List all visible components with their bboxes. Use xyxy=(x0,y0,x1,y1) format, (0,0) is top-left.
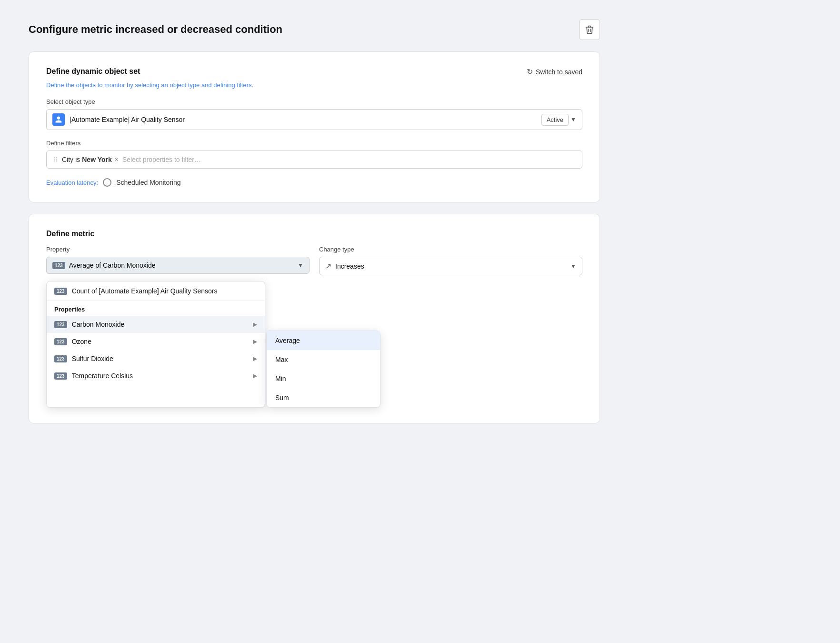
agg-item-max[interactable]: Max xyxy=(267,350,380,369)
prop-chevron-0: ▶ xyxy=(253,321,257,328)
list-item[interactable]: 123 Carbon Monoxide ▶ xyxy=(47,316,265,333)
select-object-type-label: Select object type xyxy=(46,98,582,105)
agg-item-average[interactable]: Average xyxy=(267,331,380,350)
define-metric-card: Define metric Property 123 Average of Ca… xyxy=(29,214,600,423)
count-item-badge: 123 xyxy=(54,288,67,295)
property-num-badge: 123 xyxy=(52,262,65,269)
change-type-select[interactable]: ↗ Increases ▼ xyxy=(319,257,582,275)
dynamic-object-set-subtitle: Define the objects to monitor by selecti… xyxy=(46,81,582,89)
page-title: Configure metric increased or decreased … xyxy=(29,23,282,36)
filter-value: New York xyxy=(82,156,112,163)
object-type-icon xyxy=(52,113,65,126)
dropdown-container: 123 Count of [Automate Example] Air Qual… xyxy=(46,279,582,408)
prop-name-2: Sulfur Dioxide xyxy=(72,355,248,362)
prop-badge-1: 123 xyxy=(54,338,67,345)
change-type-chevron-icon: ▼ xyxy=(570,263,576,270)
trend-up-icon: ↗ xyxy=(325,261,331,271)
property-value: Average of Carbon Monoxide xyxy=(69,261,298,269)
status-badge-wrap: Active ▼ xyxy=(541,114,576,126)
list-item[interactable]: 123 Sulfur Dioxide ▶ xyxy=(47,350,265,367)
delete-button[interactable] xyxy=(579,19,600,40)
evaluation-latency-value: Scheduled Monitoring xyxy=(116,179,180,186)
property-label: Property xyxy=(46,246,310,253)
prop-chevron-1: ▶ xyxy=(253,338,257,345)
status-badge: Active xyxy=(541,114,569,126)
filter-tag: City is New York × xyxy=(62,156,119,163)
switch-to-saved-label: Switch to saved xyxy=(536,68,582,76)
agg-item-sum[interactable]: Sum xyxy=(267,388,380,407)
prop-chevron-3: ▶ xyxy=(253,372,257,379)
property-select[interactable]: 123 Average of Carbon Monoxide ▼ xyxy=(46,257,310,274)
aggregation-dropdown: Average Max Min Sum xyxy=(266,331,380,408)
object-type-selector[interactable]: [Automate Example] Air Quality Sensor Ac… xyxy=(46,109,582,130)
prop-name-1: Ozone xyxy=(72,338,248,345)
dynamic-object-set-title: Define dynamic object set xyxy=(46,67,140,76)
metric-grid: Property 123 Average of Carbon Monoxide … xyxy=(46,246,582,275)
change-type-label: Change type xyxy=(319,246,582,253)
prop-name-0: Carbon Monoxide xyxy=(72,321,248,328)
prop-badge-2: 123 xyxy=(54,355,67,362)
properties-section-header: Properties xyxy=(47,301,265,316)
prop-chevron-2: ▶ xyxy=(253,355,257,362)
filter-remove-button[interactable]: × xyxy=(115,156,119,163)
count-item[interactable]: 123 Count of [Automate Example] Air Qual… xyxy=(47,281,265,301)
property-dropdown: 123 Count of [Automate Example] Air Qual… xyxy=(46,281,265,408)
dynamic-object-set-card: Define dynamic object set ↻ Switch to sa… xyxy=(29,51,600,202)
prop-name-3: Temperature Celsius xyxy=(72,372,248,380)
filter-row[interactable]: ⠿ City is New York × Select properties t… xyxy=(46,151,582,169)
evaluation-row: Evaluation latency: Scheduled Monitoring xyxy=(46,178,582,187)
agg-item-min[interactable]: Min xyxy=(267,369,380,388)
filter-placeholder[interactable]: Select properties to filter… xyxy=(122,156,201,163)
page-header: Configure metric increased or decreased … xyxy=(29,19,600,40)
prop-badge-3: 123 xyxy=(54,372,67,380)
filter-is: is xyxy=(75,156,80,163)
object-type-chevron-icon: ▼ xyxy=(570,116,576,123)
property-chevron-icon: ▼ xyxy=(298,262,303,269)
refresh-icon: ↻ xyxy=(527,67,533,76)
change-type-field-group: Change type ↗ Increases ▼ xyxy=(319,246,582,275)
define-filters-label: Define filters xyxy=(46,140,582,147)
drag-icon: ⠿ xyxy=(53,156,58,163)
switch-to-saved-button[interactable]: ↻ Switch to saved xyxy=(527,67,582,76)
change-type-value: Increases xyxy=(335,262,570,270)
list-item[interactable]: 123 Ozone ▶ xyxy=(47,333,265,350)
evaluation-radio[interactable] xyxy=(103,178,111,187)
define-metric-title: Define metric xyxy=(46,230,94,238)
count-item-label: Count of [Automate Example] Air Quality … xyxy=(72,287,218,295)
property-field-group: Property 123 Average of Carbon Monoxide … xyxy=(46,246,310,275)
object-type-name: [Automate Example] Air Quality Sensor xyxy=(70,116,541,123)
evaluation-latency-label: Evaluation latency: xyxy=(46,179,98,186)
prop-badge-0: 123 xyxy=(54,321,67,328)
list-item[interactable]: 123 Temperature Celsius ▶ xyxy=(47,367,265,384)
filter-city: City xyxy=(62,156,73,163)
